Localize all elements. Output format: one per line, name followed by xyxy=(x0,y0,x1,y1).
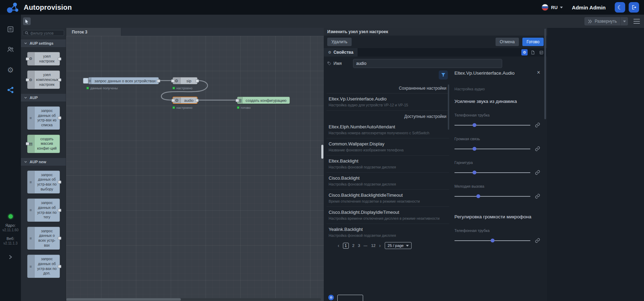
page-button[interactable]: 2 xyxy=(352,243,354,248)
prev-page-button[interactable]: ‹ xyxy=(338,243,339,248)
theme-toggle-button[interactable]: ☾ xyxy=(615,2,625,13)
logout-button[interactable] xyxy=(629,2,639,13)
palette-node-label: создать массив конфиг-ций xyxy=(37,137,57,150)
expand-rail-button[interactable] xyxy=(8,254,13,260)
input-port[interactable] xyxy=(26,78,29,81)
select-tool-button[interactable] xyxy=(23,17,31,25)
list-item[interactable]: Yealink.Backlight Настройка фоновой подс… xyxy=(327,224,449,239)
done-button[interactable]: Готово xyxy=(522,38,544,46)
output-port[interactable] xyxy=(58,57,61,60)
setting-category: Настройка аудио xyxy=(454,87,540,91)
flow-node-audio[interactable]: ⚙ audio xyxy=(172,97,198,104)
slider-thumb[interactable] xyxy=(476,194,480,198)
palette-search-input[interactable] xyxy=(30,31,62,35)
palette-node-label: запрос данных об устр-вах из списка xyxy=(37,108,56,127)
appearance-view-button[interactable] xyxy=(538,49,544,55)
slider-speaker[interactable] xyxy=(454,149,530,149)
main-menu-button[interactable] xyxy=(634,19,640,24)
funnel-icon xyxy=(441,73,446,77)
slider-group-ringtone: Мелодия вызова xyxy=(454,184,540,199)
language-selector[interactable]: RU xyxy=(542,4,563,11)
list-item-saved[interactable]: Eltex.Vp.Userinterface.Audio Настройка а… xyxy=(327,93,449,111)
delete-button[interactable]: Удалить xyxy=(327,38,352,46)
flow-node-create-config[interactable]: ▤ создать конфигурацию xyxy=(237,97,290,104)
description-view-button[interactable] xyxy=(530,49,536,55)
slider-thumb[interactable] xyxy=(473,171,476,174)
palette-node-request-list[interactable]: ≡ запрос данных об устр-вах из списка xyxy=(27,106,60,130)
palette-node-settings[interactable]: ⚙ узел настроек xyxy=(27,52,60,66)
page-button-active[interactable]: 1 xyxy=(343,243,349,249)
palette-node-complex-settings[interactable]: ⚙ узел комплексных настроек xyxy=(27,70,60,89)
flow-node-request-all-devices[interactable]: ≡ запрос данных о всех устройствах xyxy=(88,77,159,84)
output-port[interactable] xyxy=(58,237,61,240)
panel-scrollbar[interactable] xyxy=(544,29,546,298)
properties-view-button[interactable]: ⚙ xyxy=(521,49,528,55)
input-port[interactable] xyxy=(171,79,175,82)
slider-thumb[interactable] xyxy=(491,239,495,242)
per-page-select[interactable]: 25 / page xyxy=(385,242,412,249)
slider-mic-handset[interactable] xyxy=(454,240,530,241)
palette-section-header[interactable]: AUP settings xyxy=(21,39,66,47)
list-item[interactable]: Eltex.Backlight Настройка фоновой подсве… xyxy=(327,156,449,173)
palette-section-header[interactable]: AUP xyxy=(21,94,66,101)
output-port[interactable] xyxy=(58,116,61,120)
slider-ringtone[interactable] xyxy=(454,196,530,197)
slider-headset[interactable] xyxy=(454,172,530,173)
per-page-value: 25 / page xyxy=(388,243,404,248)
output-port[interactable] xyxy=(58,265,61,268)
list-scrollbar[interactable] xyxy=(448,84,449,130)
nav-flows-icon[interactable] xyxy=(6,86,15,94)
output-port[interactable] xyxy=(58,180,61,183)
slider-thumb[interactable] xyxy=(473,147,476,151)
deploy-options-button[interactable] xyxy=(620,17,628,25)
palette-node-request-all[interactable]: ≡ запрос данных о всех устр-вах xyxy=(27,227,60,250)
palette-node-request-by-choice[interactable]: ≡ запрос данных об устр-вах по выбору xyxy=(27,171,60,194)
settings-list-scroll[interactable]: Сохраненные настройки Eltex.Vp.Userinter… xyxy=(327,82,449,239)
nav-settings-icon[interactable]: ⚙ xyxy=(6,66,15,74)
list-item[interactable]: Cisco.Backlight Настройка фоновой подсве… xyxy=(327,173,449,190)
canvas-vertical-scrollbar[interactable] xyxy=(321,145,323,159)
pages-ellipsis[interactable]: ••• xyxy=(363,244,367,247)
list-item[interactable]: Cisco.Backlight.BacklightIdleTimeout Вре… xyxy=(327,190,449,207)
palette-search[interactable] xyxy=(23,30,64,36)
list-item[interactable]: Cisco.Backlight.DisplayIdleTimeout Настр… xyxy=(327,207,449,224)
next-page-button[interactable]: › xyxy=(379,243,381,248)
palette-node-create-config-array[interactable]: ▤ создать массив конфиг-ций xyxy=(27,135,60,153)
input-port[interactable] xyxy=(171,99,175,102)
section-icon[interactable]: ⚙ xyxy=(328,295,334,300)
output-port[interactable] xyxy=(157,79,160,82)
nav-users-icon[interactable] xyxy=(6,45,15,54)
nav-dashboard-icon[interactable] xyxy=(6,25,15,33)
partial-control[interactable] xyxy=(337,295,363,301)
output-port[interactable] xyxy=(195,99,199,102)
deploy-button[interactable]: Развернуть xyxy=(584,17,628,25)
input-port[interactable] xyxy=(236,99,239,102)
flow-tab[interactable]: Поток 3 xyxy=(66,28,121,36)
cancel-button[interactable]: Отмена xyxy=(496,38,519,46)
node-name-input[interactable] xyxy=(353,59,502,68)
output-port[interactable] xyxy=(58,78,61,81)
input-port[interactable] xyxy=(26,142,29,145)
tab-properties[interactable]: ⚙ Свойства xyxy=(324,48,358,57)
list-item-desc: Настройка фоновой подсветки дисплея xyxy=(329,165,447,169)
slider-thumb[interactable] xyxy=(473,123,476,127)
input-port[interactable] xyxy=(26,57,29,60)
slider-handset[interactable] xyxy=(454,125,530,126)
close-icon[interactable]: × xyxy=(537,70,540,75)
flow-workspace[interactable]: ≡ запрос данных о всех устройствах данны… xyxy=(66,36,324,301)
list-item[interactable]: Eltex.Elph.NumberAutoAttendant Настройка… xyxy=(327,121,449,138)
output-port[interactable] xyxy=(196,79,199,82)
palette-section-header[interactable]: AUP new xyxy=(21,158,66,166)
palette-node-request-by-tag[interactable]: ≡ запрос данных об устр-вах по тегу xyxy=(27,198,60,222)
last-page-button[interactable]: 12 xyxy=(371,243,376,248)
page-button[interactable]: 3 xyxy=(358,243,360,248)
canvas-horizontal-scrollbar[interactable] xyxy=(66,298,321,301)
list-item[interactable]: Common.Wallpaper.Display Название фоново… xyxy=(327,138,449,156)
output-port[interactable] xyxy=(58,209,61,212)
flow-tab-label: Поток 3 xyxy=(72,30,87,35)
inject-button[interactable] xyxy=(83,78,88,84)
flow-node-sip[interactable]: ⚙ sip xyxy=(172,77,198,84)
web-label: Веб: xyxy=(7,236,15,241)
filter-button[interactable] xyxy=(439,70,448,80)
palette-node-request-by-additional[interactable]: ≡ запрос данных об устр-вах по доп. xyxy=(27,255,60,278)
